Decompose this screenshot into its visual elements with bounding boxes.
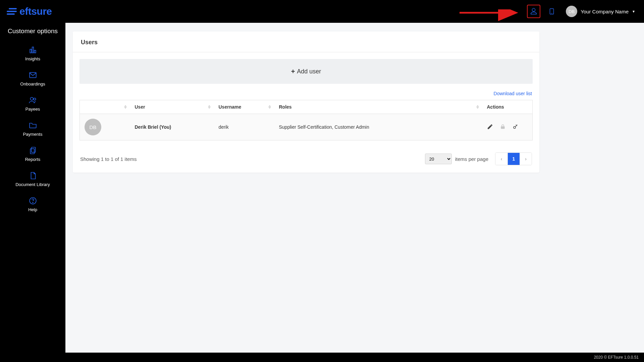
download-link-wrap: Download user list <box>73 90 539 100</box>
items-per-page-label: items per page <box>455 156 488 162</box>
header-label: Roles <box>279 104 292 110</box>
plus-icon: + <box>291 68 295 75</box>
svg-point-7 <box>30 97 33 100</box>
sidebar-item-onboardings[interactable]: Onboardings <box>0 66 65 91</box>
users-table: User Username Roles Actions DB Derik Bri… <box>79 100 533 140</box>
table-footer: Showing 1 to 1 of 1 items 20 items per p… <box>73 147 539 173</box>
document-icon <box>29 171 37 180</box>
brand-name: eftsure <box>19 6 52 17</box>
mail-icon <box>29 71 37 79</box>
row-roles-cell: Supplier Self-Certification, Customer Ad… <box>274 114 482 140</box>
users-admin-button[interactable] <box>527 5 540 18</box>
sort-icon <box>476 105 479 109</box>
user-icon <box>530 8 537 15</box>
pager-prev-button[interactable]: ‹ <box>495 153 507 165</box>
svg-point-14 <box>514 126 516 128</box>
lock-icon <box>500 124 506 130</box>
divider <box>73 52 539 52</box>
sidebar-item-label: Document Library <box>15 182 50 187</box>
lock-button[interactable] <box>500 124 506 131</box>
sidebar-item-label: Reports <box>25 157 41 162</box>
pencil-icon <box>487 124 493 130</box>
brand-logo[interactable]: eftsure <box>7 6 52 17</box>
footer-text: 2020 © EFTsure 1.0.0.51 <box>594 355 639 360</box>
row-actions <box>487 124 528 131</box>
content-area: Users + Add user Download user list User… <box>65 23 644 362</box>
sidebar-item-label: Onboardings <box>20 81 45 86</box>
header-label: Username <box>219 104 241 110</box>
svg-rect-5 <box>34 50 36 53</box>
add-user-button[interactable]: + Add user <box>79 59 533 84</box>
col-roles-header[interactable]: Roles <box>274 100 482 114</box>
sidebar-item-reports[interactable]: Reports <box>0 141 65 167</box>
sidebar-item-document-library[interactable]: Document Library <box>0 167 65 192</box>
edit-button[interactable] <box>487 124 493 131</box>
header-label: User <box>135 104 145 110</box>
sort-icon <box>124 105 127 109</box>
folder-icon <box>29 121 37 130</box>
col-username-header[interactable]: Username <box>214 100 274 114</box>
svg-point-12 <box>33 202 33 203</box>
sidebar-item-label: Help <box>28 207 37 212</box>
page-size-select[interactable]: 20 <box>425 154 452 164</box>
col-user-header[interactable]: User <box>130 100 214 114</box>
sidebar-item-label: Insights <box>25 56 40 61</box>
users-card: Users + Add user Download user list User… <box>73 32 539 173</box>
topbar: eftsure DB Your Company Name ▾ <box>0 0 644 23</box>
document-copy-icon <box>29 146 37 155</box>
logo-mark-icon <box>7 6 17 16</box>
pager-next-button[interactable]: › <box>520 153 532 165</box>
topbar-right: DB Your Company Name ▾ <box>527 4 637 18</box>
page-title: Users <box>73 32 539 52</box>
row-user-cell: Derik Briel (You) <box>130 114 214 140</box>
svg-rect-3 <box>30 49 31 53</box>
sort-icon <box>268 105 271 109</box>
svg-point-8 <box>34 98 36 101</box>
add-user-label: Add user <box>297 68 321 75</box>
help-icon <box>29 196 37 205</box>
sort-icon <box>208 105 211 109</box>
col-avatar-header[interactable] <box>80 100 130 114</box>
key-button[interactable] <box>513 124 519 131</box>
showing-text: Showing 1 to 1 of 1 items <box>80 156 137 162</box>
sidebar: Customer options Insights Onboardings Pa… <box>0 23 65 362</box>
app-footer: 2020 © EFTsure 1.0.0.51 <box>65 353 644 362</box>
sidebar-title: Customer options <box>8 27 58 35</box>
svg-rect-10 <box>30 149 34 154</box>
header-label: Actions <box>487 104 504 110</box>
users-table-wrap: User Username Roles Actions DB Derik Bri… <box>73 100 539 147</box>
paging-controls: 20 items per page ‹ 1 › <box>425 153 532 165</box>
device-button[interactable] <box>545 5 558 18</box>
svg-rect-4 <box>32 47 33 53</box>
row-avatar: DB <box>85 119 101 135</box>
sidebar-item-payments[interactable]: Payments <box>0 116 65 141</box>
svg-rect-9 <box>31 147 35 152</box>
sidebar-item-label: Payees <box>25 107 40 112</box>
sidebar-item-help[interactable]: Help <box>0 192 65 217</box>
pager: ‹ 1 › <box>495 153 532 165</box>
people-icon <box>29 96 37 105</box>
svg-rect-13 <box>501 126 504 129</box>
chevron-down-icon: ▾ <box>633 9 635 14</box>
key-icon <box>513 124 519 130</box>
sidebar-item-insights[interactable]: Insights <box>0 41 65 66</box>
row-username-cell: derik <box>214 114 274 140</box>
avatar: DB <box>566 6 577 17</box>
table-row: DB Derik Briel (You) derik Supplier Self… <box>80 114 533 140</box>
sidebar-item-label: Payments <box>23 132 43 137</box>
company-menu[interactable]: DB Your Company Name ▾ <box>563 4 637 18</box>
pager-page-1-button[interactable]: 1 <box>507 153 520 165</box>
tablet-icon <box>548 8 555 15</box>
company-name-label: Your Company Name <box>581 9 629 14</box>
chart-icon <box>29 46 37 54</box>
download-user-list-link[interactable]: Download user list <box>494 91 532 96</box>
col-actions-header: Actions <box>482 100 533 114</box>
sidebar-item-payees[interactable]: Payees <box>0 91 65 116</box>
